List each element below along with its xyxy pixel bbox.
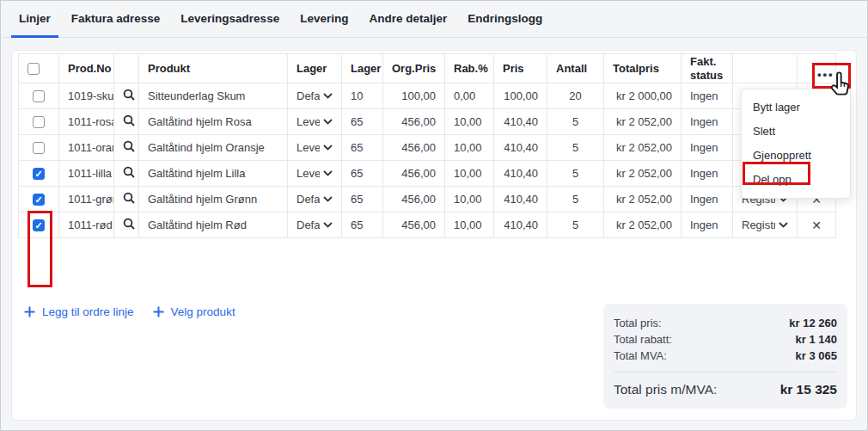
orgprice-cell: 456,00 <box>383 135 445 161</box>
tab-endringslogg[interactable]: Endringslogg <box>460 0 550 37</box>
invoice-status-cell: Ingen <box>682 187 733 212</box>
warehouse-select[interactable]: Defa <box>296 219 333 231</box>
warehouse-select[interactable]: Leve <box>296 167 333 180</box>
total-cell: kr 2 052,00 <box>604 135 682 161</box>
price-cell: 410,40 <box>494 187 547 212</box>
row-checkbox[interactable] <box>33 219 45 231</box>
stock-cell: 10 <box>342 83 383 109</box>
add-order-line-button[interactable]: Legg til ordre linje <box>24 305 134 318</box>
price-cell: 410,40 <box>494 135 547 161</box>
prodno-cell: 1011-rød <box>59 212 114 238</box>
select-all-checkbox[interactable] <box>28 63 40 75</box>
chevron-down-icon <box>323 170 333 176</box>
col-orgpris: Org.Pris <box>383 54 445 83</box>
col-search <box>114 54 139 83</box>
qty-cell: 20 <box>547 83 604 109</box>
col-fakt-status: Fakt.status <box>682 54 733 83</box>
search-icon[interactable] <box>123 166 135 181</box>
total-cell: kr 2 052,00 <box>604 187 682 212</box>
orgprice-cell: 100,00 <box>383 83 445 109</box>
col-antall: Antall <box>547 54 604 83</box>
register-status-select[interactable]: Registrert <box>742 219 788 231</box>
more-actions-button[interactable]: ••• <box>817 67 841 84</box>
search-icon[interactable] <box>123 114 135 129</box>
col-pris: Pris <box>494 54 547 83</box>
qty-cell: 5 <box>547 161 604 187</box>
row-checkbox[interactable] <box>33 116 45 128</box>
row-checkbox[interactable] <box>33 90 45 102</box>
row-checkbox[interactable] <box>33 194 45 206</box>
discount-cell: 0,00 <box>445 83 494 109</box>
invoice-status-cell: Ingen <box>682 83 733 109</box>
col-register <box>733 54 798 83</box>
col-prodno: Prod.No <box>59 54 114 83</box>
tab-levering[interactable]: Levering <box>292 0 356 37</box>
order-lines-page: { "tabs": [ { "label": "Linjer", "active… <box>0 0 868 431</box>
prodno-cell: 1011-lilla <box>59 161 114 187</box>
warehouse-select[interactable]: Defa <box>296 89 333 102</box>
stock-cell: 65 <box>342 161 383 187</box>
total-cell: kr 2 052,00 <box>604 109 682 135</box>
total-cell: kr 2 052,00 <box>604 212 682 238</box>
discount-cell: 10,00 <box>445 109 494 135</box>
search-icon[interactable] <box>123 218 135 232</box>
menu-item-slett[interactable]: Slett <box>742 120 850 144</box>
footer-actions: Legg til ordre linje Velg produkt <box>24 305 235 318</box>
col-rab: Rab.% <box>445 54 494 83</box>
tab-andre-detaljer[interactable]: Andre detaljer <box>361 0 455 37</box>
tab-bar: Linjer Faktura adresse Leveringsadresse … <box>0 0 867 38</box>
stock-cell: 65 <box>342 212 383 238</box>
search-icon[interactable] <box>123 89 135 103</box>
tab-linjer[interactable]: Linjer <box>11 0 58 37</box>
table-row: 1011-lilla Galtåtind hjelm Lilla Leve 65… <box>19 161 836 187</box>
row-checkbox[interactable] <box>33 168 45 180</box>
invoice-status-cell: Ingen <box>682 135 733 161</box>
table-row: 1011-grønn Galtåtind hjelm Grønn Defa 65… <box>19 187 836 212</box>
col-lager-qty: Lager <box>342 54 383 83</box>
table-row: 1011-rød Galtåtind hjelm Rød Defa 65 456… <box>19 212 836 238</box>
menu-item-del-opp[interactable]: Del opp <box>742 168 850 192</box>
orgprice-cell: 456,00 <box>383 212 445 238</box>
warehouse-select[interactable]: Leve <box>296 141 333 154</box>
prodno-cell: 1011-oransje <box>59 135 114 161</box>
product-cell: Galtåtind hjelm Oransje <box>139 135 288 161</box>
menu-item-bytt-lager[interactable]: Bytt lager <box>742 95 850 120</box>
warehouse-select[interactable]: Defa <box>296 193 333 206</box>
table-row: 1011-oransje Galtåtind hjelm Oransje Lev… <box>19 135 836 161</box>
menu-item-gjenopprett[interactable]: Gjenopprett <box>742 144 850 168</box>
discount-cell: 10,00 <box>445 135 494 161</box>
remove-line-button[interactable]: ✕ <box>811 219 822 232</box>
order-lines-table: Prod.No Produkt Lager Lager Org.Pris Rab… <box>18 53 836 238</box>
tab-faktura-adresse[interactable]: Faktura adresse <box>64 0 168 37</box>
prodno-cell: 1011-rosa <box>59 109 114 135</box>
product-cell: Galtåtind hjelm Grønn <box>139 187 288 212</box>
qty-cell: 5 <box>547 212 604 238</box>
prodno-cell: 1019-skum <box>59 83 114 109</box>
table-header-row: Prod.No Produkt Lager Lager Org.Pris Rab… <box>19 54 836 83</box>
chevron-down-icon <box>323 93 333 99</box>
row-checkbox[interactable] <box>33 142 45 154</box>
warehouse-select[interactable]: Leve <box>296 115 333 128</box>
prodno-cell: 1011-grønn <box>59 187 114 212</box>
invoice-status-cell: Ingen <box>682 161 733 187</box>
search-icon[interactable] <box>123 140 135 155</box>
context-menu: Bytt lager Slett Gjenopprett Del opp <box>741 89 851 199</box>
col-produkt: Produkt <box>139 54 288 83</box>
chevron-down-icon <box>779 222 788 228</box>
select-product-button[interactable]: Velg produkt <box>153 305 235 318</box>
table-row: 1011-rosa Galtåtind hjelm Rosa Leve 65 4… <box>19 109 836 135</box>
chevron-down-icon <box>323 145 333 151</box>
orgprice-cell: 456,00 <box>383 187 445 212</box>
qty-cell: 5 <box>547 109 604 135</box>
search-icon[interactable] <box>123 192 135 206</box>
total-price-row: Total pris:kr 12 260 <box>614 315 837 331</box>
total-vat-row: Total MVA:kr 3 065 <box>614 348 837 364</box>
tab-leveringsadresse[interactable]: Leveringsadresse <box>173 0 287 37</box>
orgprice-cell: 456,00 <box>383 109 445 135</box>
orgprice-cell: 456,00 <box>383 161 445 187</box>
price-cell: 410,40 <box>494 109 547 135</box>
grand-total-row: Total pris m/MVA:kr 15 325 <box>614 382 837 397</box>
total-discount-row: Total rabatt:kr 1 140 <box>614 331 837 348</box>
col-lager-select: Lager <box>288 54 342 83</box>
table-row: 1019-skum Sitteunderlag Skum Defa 10 100… <box>19 83 836 109</box>
